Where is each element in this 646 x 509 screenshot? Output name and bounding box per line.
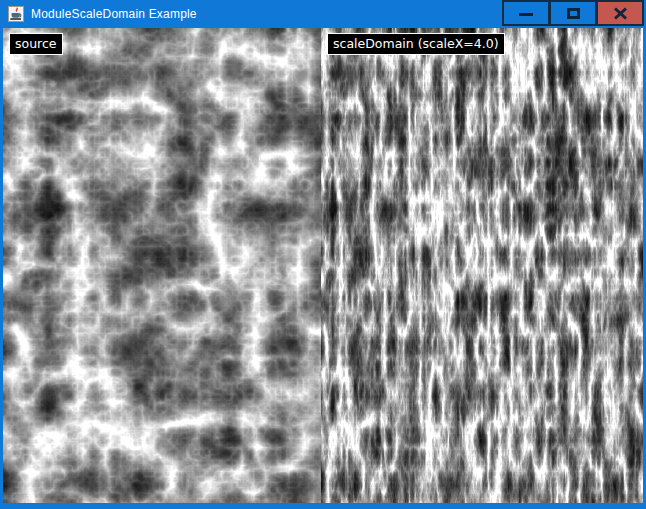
window-controls	[502, 0, 644, 26]
close-icon	[613, 7, 628, 20]
java-icon	[8, 6, 24, 22]
close-button[interactable]	[596, 0, 644, 26]
source-image	[3, 28, 321, 503]
maximize-button[interactable]	[549, 0, 597, 26]
maximize-icon	[567, 8, 580, 19]
minimize-button[interactable]	[502, 0, 550, 26]
scale-domain-image	[321, 28, 643, 503]
source-label: source	[9, 33, 63, 55]
app-window: ModuleScaleDomain Example source scaleDo…	[0, 0, 646, 509]
minimize-icon	[519, 13, 533, 16]
window-title: ModuleScaleDomain Example	[31, 7, 197, 21]
titlebar[interactable]: ModuleScaleDomain Example	[0, 0, 646, 28]
source-panel: source	[3, 28, 321, 503]
content-area: source scaleDomain (scaleX=4.0)	[0, 28, 646, 506]
scale-domain-panel: scaleDomain (scaleX=4.0)	[321, 28, 643, 503]
scale-domain-label: scaleDomain (scaleX=4.0)	[327, 33, 505, 55]
